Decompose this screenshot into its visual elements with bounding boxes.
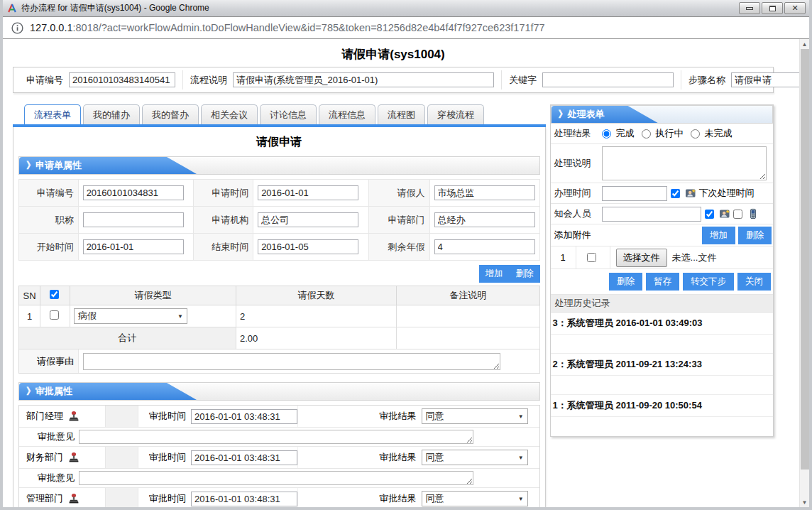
keyword-input[interactable]: [542, 72, 674, 87]
section-approval-properties-title: 》审批属性: [19, 383, 197, 400]
tab-discussion-info[interactable]: 讨论信息: [260, 104, 317, 124]
tab-related-meetings[interactable]: 相关会议: [201, 104, 258, 124]
apply-no-group: 申请编号: [19, 70, 183, 89]
history-entry-blank: [551, 335, 773, 354]
forward-next-button[interactable]: 转交下步: [683, 273, 734, 291]
tab-shuttle-flow[interactable]: 穿梭流程: [427, 104, 484, 124]
total-value: 2.00: [236, 327, 397, 349]
apply-no-input[interactable]: [69, 72, 175, 87]
url-host: 127.0.0.1: [30, 22, 72, 33]
approval-row: 部门经理 审批时间 审批结果: [19, 406, 539, 428]
apply-fields-table: 申请编号 申请时间 请假人 职称 申请机构: [18, 179, 540, 261]
leave-type-select[interactable]: 病假 ▼: [74, 308, 187, 324]
mobile-phone-icon[interactable]: [747, 208, 759, 219]
stamp-icon[interactable]: [68, 411, 79, 422]
approval-result-value: 同意: [426, 451, 444, 464]
tab-flow-chart[interactable]: 流程图: [378, 104, 425, 124]
result-radio-undone[interactable]: [691, 129, 700, 139]
flow-form-area: 流程表单 我的辅办 我的督办 相关会议 讨论信息 流程信息 流程图 穿梭流程 请…: [13, 104, 546, 507]
vertical-scrollbar[interactable]: ▲ ▼: [799, 39, 809, 507]
approval-time-label: 审批时间: [138, 492, 191, 505]
leave-items-table: SN 请假类型 请假天数 备注说明 1: [18, 286, 540, 349]
remaining-leave-field[interactable]: [434, 239, 535, 254]
row-checkbox[interactable]: [50, 310, 59, 320]
save-draft-button[interactable]: 暂存: [646, 273, 679, 291]
leave-person-field[interactable]: [434, 185, 535, 200]
page-content: 请假申请(sys1004) 申请编号 流程说明 关键字 步骤名称: [3, 39, 809, 507]
scroll-up-icon[interactable]: ▲: [800, 39, 809, 49]
notify-sms-checkbox[interactable]: [733, 210, 742, 219]
result-radio-done[interactable]: [602, 129, 611, 139]
choose-file-button[interactable]: 选择文件: [616, 249, 667, 267]
handle-desc-textarea[interactable]: [602, 146, 767, 180]
maximize-button[interactable]: [762, 2, 783, 14]
step-name-input[interactable]: [731, 72, 809, 87]
address-bar[interactable]: 127.0.0.1:8018/?act=workFlowAdmin.toDoFl…: [3, 17, 809, 39]
notify-row: 知会人员: [551, 204, 773, 224]
approvals-box: 部门经理 审批时间 审批结果: [18, 405, 540, 507]
handle-time-input[interactable]: [602, 186, 667, 201]
tab-my-assist[interactable]: 我的辅办: [83, 104, 140, 124]
stamp-icon[interactable]: [68, 452, 79, 463]
start-time-field[interactable]: [83, 239, 184, 254]
attach-add-button[interactable]: 增加: [702, 227, 735, 244]
table-row: 1 病假 ▼ 2: [19, 305, 540, 327]
select-user-icon[interactable]: [685, 188, 696, 199]
close-flow-button[interactable]: 关闭: [737, 273, 771, 291]
apply-dept-field[interactable]: [434, 212, 535, 227]
delete-button[interactable]: 删除: [609, 273, 642, 291]
scroll-down-icon[interactable]: ▼: [800, 497, 809, 507]
opinion-textarea[interactable]: [79, 430, 473, 444]
select-all-checkbox[interactable]: [50, 290, 59, 299]
leave-type-value: 病假: [78, 310, 97, 322]
notify-input[interactable]: [602, 207, 701, 222]
select-user-icon[interactable]: [719, 208, 730, 219]
section-handle-form-title: 》处理表单: [552, 106, 658, 123]
approval-time-input[interactable]: [191, 450, 297, 465]
info-icon[interactable]: [11, 22, 23, 34]
close-button[interactable]: ✕: [784, 2, 806, 14]
row-note: [397, 305, 540, 327]
table-row: 申请编号 申请时间 请假人: [19, 180, 540, 207]
attach-row: 1 选择文件 未选...文件: [551, 246, 773, 269]
approval-time-input[interactable]: [191, 409, 297, 424]
approval-time-input[interactable]: [191, 492, 297, 506]
tab-my-supervise[interactable]: 我的督办: [142, 104, 199, 124]
apply-time-field[interactable]: [258, 185, 358, 200]
notify-user-checkbox[interactable]: [705, 210, 714, 219]
next-time-checkbox[interactable]: [671, 189, 680, 198]
flow-desc-input[interactable]: [233, 72, 494, 87]
approval-result-label: 审批结果: [369, 492, 422, 505]
result-radio-running[interactable]: [642, 129, 651, 139]
attach-delete-button[interactable]: 删除: [738, 227, 772, 244]
attach-checkbox[interactable]: [587, 253, 596, 262]
leave-reason-textarea[interactable]: [83, 353, 500, 370]
handle-result-row: 处理结果 完成 执行中 未完成: [551, 124, 773, 144]
url-path: :8018/?act=workFlowAdmin.toDoFlowHandleV…: [72, 22, 544, 33]
approval-result-select[interactable]: 同意 ▼: [422, 450, 528, 465]
approver-role: 财务部门: [26, 451, 63, 464]
section-handle-form: 》处理表单: [551, 105, 773, 124]
job-title-field[interactable]: [83, 212, 184, 227]
scrollbar-thumb[interactable]: [801, 49, 809, 470]
field-label: 申请机构: [194, 207, 253, 234]
end-time-field[interactable]: [258, 239, 358, 254]
leave-reason-label: 请假事由: [19, 349, 79, 373]
delete-row-button[interactable]: 删除: [510, 265, 540, 283]
apply-org-field[interactable]: [258, 212, 358, 227]
approver-role: 部门经理: [26, 410, 63, 423]
tab-flow-info[interactable]: 流程信息: [319, 104, 375, 124]
opinion-textarea[interactable]: [79, 471, 473, 485]
apply-no-field[interactable]: [83, 185, 184, 200]
add-row-button[interactable]: 增加: [479, 265, 510, 283]
field-label: 申请部门: [368, 207, 429, 234]
approval-result-value: 同意: [426, 410, 444, 423]
result-option-label: 执行中: [656, 127, 684, 140]
minimize-button[interactable]: [739, 2, 760, 14]
tab-flow-form[interactable]: 流程表单: [24, 104, 81, 124]
handle-result-label: 处理结果: [551, 127, 602, 140]
leave-days-header: 请假天数: [236, 286, 397, 305]
approval-result-select[interactable]: 同意 ▼: [422, 491, 528, 506]
approval-result-select[interactable]: 同意 ▼: [422, 408, 528, 424]
stamp-icon[interactable]: [68, 493, 79, 504]
